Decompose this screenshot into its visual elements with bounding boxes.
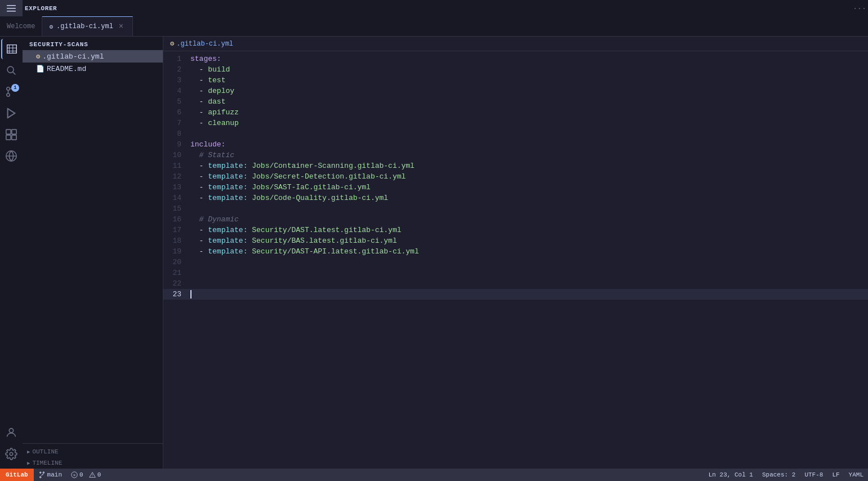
tab-welcome-label: Welcome (7, 23, 35, 30)
language-item[interactable]: YAML (844, 469, 868, 481)
line-16: 16 # Dynamic (163, 214, 868, 225)
timeline-label: TIMELINE (32, 460, 62, 466)
status-right: Ln 23, Col 1 Spaces: 2 UTF-8 LF YAML (704, 469, 868, 481)
line-ending-item[interactable]: LF (827, 469, 844, 481)
sidebar-section-title: Security-Scans (23, 37, 163, 50)
tab-close-icon[interactable]: × (117, 22, 126, 31)
breadcrumb: ⚙ .gitlab-ci.yml (163, 37, 868, 51)
yaml-file-icon: ⚙ (49, 23, 53, 30)
tab-welcome[interactable]: Welcome (0, 16, 42, 36)
line-5: 5 - dast (163, 96, 868, 107)
explorer-label: Explorer (23, 5, 851, 12)
line-23: 23 (163, 289, 868, 300)
line-19: 19 - template: Security/DAST-API.latest.… (163, 246, 868, 257)
svg-point-13 (10, 452, 13, 456)
outline-chevron: ▶ (27, 449, 30, 455)
timeline-section[interactable]: ▶ TIMELINE (23, 457, 163, 469)
line-7: 7 - cleanup (163, 118, 868, 128)
line-21: 21 (163, 268, 868, 278)
file-item-gitlab-ci[interactable]: ⚙ .gitlab-ci.yml (23, 50, 163, 63)
sidebar: Security-Scans ⚙ .gitlab-ci.yml 📄 README… (23, 37, 163, 469)
git-branch-item[interactable]: main (34, 469, 66, 481)
breadcrumb-filename: .gitlab-ci.yml (176, 40, 233, 48)
file-tree: ⚙ .gitlab-ci.yml 📄 README.md (23, 50, 163, 443)
encoding-item[interactable]: UTF-8 (800, 469, 827, 481)
tab-gitlab-ci[interactable]: ⚙ .gitlab-ci.yml × (42, 16, 132, 36)
line-3: 3 - test (163, 75, 868, 86)
line-8: 8 (163, 128, 868, 139)
activity-item-remote[interactable] (1, 146, 21, 166)
source-control-badge: 1 (11, 84, 19, 92)
tab-gitlab-ci-label: .gitlab-ci.yml (56, 23, 113, 30)
gitlab-label: GitLab (6, 471, 28, 478)
warning-icon: ! 0 (89, 471, 101, 478)
svg-text:×: × (73, 473, 76, 478)
line-2: 2 - build (163, 64, 868, 75)
activity-item-source-control[interactable]: 1 (1, 82, 21, 102)
branch-name: main (47, 471, 62, 478)
error-warning-item[interactable]: × 0 ! 0 (66, 471, 105, 478)
md-icon: 📄 (36, 65, 44, 73)
status-bar: GitLab main × 0 ! 0 Ln 23, Col 1 Spaces:… (0, 469, 868, 481)
line-11: 11 - template: Jobs/Container-Scanning.g… (163, 161, 868, 171)
activity-item-settings[interactable] (1, 444, 21, 464)
svg-rect-8 (6, 130, 11, 134)
svg-rect-11 (12, 135, 16, 140)
svg-point-4 (7, 93, 10, 97)
activity-bar-bottom (1, 422, 21, 469)
editor-area: ⚙ .gitlab-ci.yml 1 stages: 2 - build 3 -… (163, 37, 868, 469)
outline-section[interactable]: ▶ OUTLINE (23, 446, 163, 457)
activity-item-explorer[interactable] (1, 39, 21, 59)
line-9: 9 include: (163, 139, 868, 150)
spaces-item[interactable]: Spaces: 2 (758, 469, 800, 481)
line-4: 4 - deploy (163, 86, 868, 96)
file-name-readme: README.md (47, 65, 86, 73)
svg-rect-10 (6, 135, 11, 140)
line-18: 18 - template: Security/BAS.latest.gitla… (163, 235, 868, 246)
timeline-chevron: ▶ (27, 460, 30, 466)
file-item-readme[interactable]: 📄 README.md (23, 63, 163, 75)
svg-rect-1 (7, 8, 16, 9)
line-6: 6 - apifuzz (163, 107, 868, 118)
svg-text:!: ! (91, 473, 94, 478)
yaml-icon: ⚙ (36, 52, 40, 61)
error-icon: × 0 (71, 471, 83, 478)
file-name-gitlab-ci: .gitlab-ci.yml (42, 52, 104, 61)
line-10: 10 # Static (163, 150, 868, 161)
line-20: 20 (163, 257, 868, 268)
cursor-position-item[interactable]: Ln 23, Col 1 (704, 469, 758, 481)
tabs-bar: Welcome ⚙ .gitlab-ci.yml × (0, 17, 868, 37)
line-22: 22 (163, 278, 868, 289)
line-17: 17 - template: Security/DAST.latest.gitl… (163, 225, 868, 235)
svg-rect-2 (7, 11, 16, 12)
svg-rect-0 (7, 5, 16, 6)
activity-item-run[interactable] (1, 103, 21, 123)
svg-point-12 (9, 429, 13, 433)
title-bar: Explorer ··· (0, 0, 868, 17)
branch-icon (38, 471, 45, 478)
svg-marker-7 (8, 109, 15, 118)
more-actions-icon[interactable]: ··· (851, 5, 868, 13)
breadcrumb-file-icon: ⚙ (170, 39, 174, 48)
activity-item-account[interactable] (1, 422, 21, 443)
status-left: GitLab main × 0 ! 0 (0, 469, 105, 481)
svg-rect-9 (12, 130, 16, 134)
line-13: 13 - template: Jobs/SAST-IaC.gitlab-ci.y… (163, 182, 868, 193)
main-layout: 1 (0, 37, 868, 469)
menu-icon[interactable] (0, 0, 23, 17)
line-14: 14 - template: Jobs/Code-Quality.gitlab-… (163, 193, 868, 203)
editor-content[interactable]: 1 stages: 2 - build 3 - test 4 - deploy … (163, 51, 868, 469)
activity-item-extensions[interactable] (1, 124, 21, 145)
line-15: 15 (163, 203, 868, 214)
activity-item-search[interactable] (1, 60, 21, 81)
activity-bar: 1 (0, 37, 23, 469)
gitlab-status-item[interactable]: GitLab (0, 469, 34, 481)
outline-label: OUTLINE (32, 448, 58, 455)
svg-point-6 (7, 87, 10, 91)
line-12: 12 - template: Jobs/Secret-Detection.git… (163, 171, 868, 182)
line-1: 1 stages: (163, 54, 868, 64)
